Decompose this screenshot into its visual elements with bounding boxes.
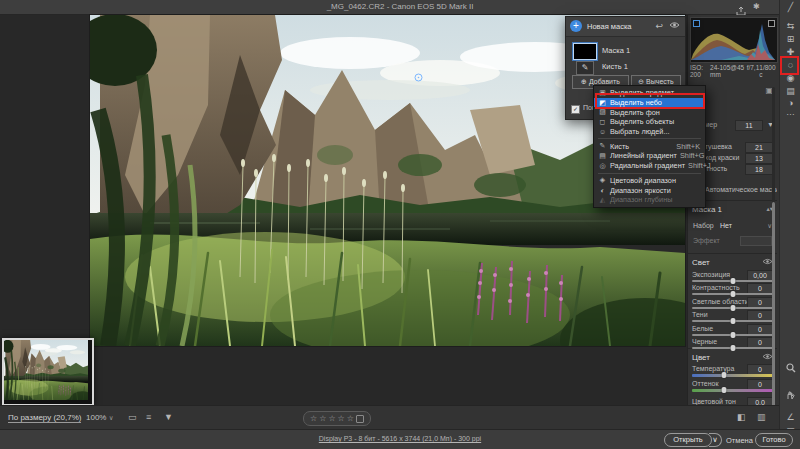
effect-label: Эффект — [693, 237, 720, 244]
exposure-thumb[interactable] — [730, 278, 735, 284]
aperture-value: f/7,1 — [747, 64, 760, 78]
menu-item-select-subject[interactable]: ▣Выделить предмет — [594, 88, 705, 98]
preset-label: Набор — [693, 222, 714, 229]
radial-gradient-icon: ◎ — [598, 162, 607, 170]
star-icon[interactable]: ☆ — [328, 414, 335, 423]
before-after-view-icon[interactable]: ◧ — [737, 412, 746, 422]
fullscreen-icon[interactable]: ╱ — [780, 2, 800, 12]
whites-value[interactable]: 0 — [747, 324, 773, 335]
crop-tool-icon[interactable]: ⊞ — [780, 34, 800, 44]
star-icon[interactable]: ☆ — [310, 414, 317, 423]
effect-row: Эффект — [688, 236, 777, 247]
automask-label: Автоматическое маскирование — [705, 186, 777, 193]
mask-properties-section: Маска 1 ▴▾ Набор Нет ∨ Эффект — [688, 203, 777, 254]
filter-icon[interactable]: ▼ — [164, 412, 173, 422]
menu-item-linear-gradient[interactable]: ▤Линейный градиентShift+G — [594, 151, 705, 161]
hand-tool-icon[interactable] — [780, 390, 800, 402]
brush-size-value[interactable]: 11 — [735, 120, 763, 131]
undo-icon[interactable]: ↩ — [655, 21, 663, 31]
shadows-slider[interactable]: Тени0 — [688, 311, 777, 324]
camera-raw-window: _MG_0462.CR2 - Canon EOS 5D Mark II ✱ — [0, 0, 800, 449]
zoom-tool-icon[interactable] — [780, 363, 800, 375]
select-people-icon: ☺ — [598, 128, 607, 135]
preset-value[interactable]: Нет — [720, 222, 732, 229]
menu-item-color-range[interactable]: ◈Цветовой диапазон — [594, 176, 705, 186]
contrast-slider[interactable]: Контрастность0 — [688, 284, 777, 297]
whites-label: Белые — [692, 325, 713, 332]
menu-item-select-background[interactable]: ▨Выделить фон — [594, 107, 705, 117]
open-button-dropdown[interactable]: ∨ — [709, 433, 722, 447]
tint-thumb[interactable] — [722, 387, 727, 393]
heal-tool-icon[interactable]: ✚ — [780, 47, 800, 57]
star-icon[interactable]: ☆ — [338, 414, 345, 423]
brush-flow-value[interactable]: 13 — [745, 153, 773, 164]
menu-item-radial-gradient[interactable]: ◎Радиальный градиентShift+J — [594, 161, 705, 171]
menu-item-select-objects[interactable]: ◻Выделить объекты — [594, 117, 705, 127]
star-rating[interactable]: ☆☆☆☆☆ — [303, 411, 371, 426]
luminance-range-icon: ◐ — [598, 187, 607, 194]
contrast-thumb[interactable] — [730, 291, 735, 297]
masking-tool-icon[interactable]: ◌ — [780, 60, 800, 70]
open-button[interactable]: Открыть — [664, 433, 712, 447]
zoom-level-select[interactable]: 100% ∨ — [86, 413, 113, 422]
whites-slider[interactable]: Белые0 — [688, 325, 777, 338]
window-title: _MG_0462.CR2 - Canon EOS 5D Mark II — [0, 0, 800, 14]
show-overlay-checkbox[interactable]: ✓ — [571, 105, 580, 114]
menu-separator — [598, 173, 701, 174]
highlights-slider[interactable]: Светлые области0 — [688, 298, 777, 311]
adjustments-panel: ISO: 200 24-105@45 mm f/7,1 1/800 c ▣ Ра… — [687, 15, 780, 429]
label-toggle-icon[interactable] — [356, 415, 364, 423]
highlights-thumb[interactable] — [730, 305, 735, 311]
filmstrip-thumbnail[interactable] — [2, 338, 94, 406]
menu-item-brush[interactable]: ✎КистьShift+K — [594, 141, 705, 151]
blacks-label: Черные — [692, 338, 717, 345]
settings-gear-icon[interactable]: ✱ — [753, 2, 760, 11]
zoom-chevron-icon: ∨ — [109, 414, 114, 421]
whites-thumb[interactable] — [730, 332, 735, 338]
brush-component-name: Кисть 1 — [602, 62, 628, 71]
panels-toggle-icon[interactable]: ≡ — [146, 412, 151, 422]
edit-tool-icon[interactable]: ⇆ — [780, 21, 800, 31]
temperature-slider[interactable]: Температура0 — [688, 365, 777, 380]
cancel-button[interactable]: Отмена — [726, 436, 753, 445]
status-bar: Display P3 - 8 бит - 5616 x 3744 (21,0 М… — [0, 429, 800, 449]
brush-cursor — [414, 68, 423, 77]
create-mask-button[interactable]: + — [570, 20, 582, 32]
mask-item[interactable]: Маска 1 — [566, 42, 685, 60]
exposure-slider[interactable]: Экспозиция0,00 — [688, 271, 777, 284]
shadow-clipping-toggle[interactable] — [693, 20, 700, 27]
highlight-clipping-toggle[interactable] — [768, 20, 775, 27]
tint-slider[interactable]: Оттенок0 — [688, 380, 777, 395]
temperature-thumb[interactable] — [722, 372, 727, 378]
select-subject-icon: ▣ — [598, 89, 607, 97]
histogram — [690, 17, 778, 63]
mask-visibility-eye-icon[interactable] — [669, 21, 680, 31]
brush-density-value[interactable]: 18 — [745, 164, 773, 175]
menu-item-select-people[interactable]: ☺Выбрать людей... — [594, 127, 705, 137]
menu-item-select-sky[interactable]: ◩Выделить небо — [594, 98, 705, 108]
tools-toolbar: ╱ ⇆ ⊞ ✚ ◌ ◉ ▤ ◑ … ∠ ▦ — [779, 0, 800, 449]
shadows-thumb[interactable] — [730, 318, 735, 324]
straighten-tool-icon[interactable]: ∠ — [780, 412, 800, 422]
single-view-icon[interactable]: ▥ — [757, 412, 766, 422]
red-eye-tool-icon[interactable]: ◉ — [780, 73, 800, 83]
tint-label: Оттенок — [692, 380, 719, 387]
brush-icon: ✎ — [598, 142, 607, 150]
select-background-icon: ▨ — [598, 108, 607, 116]
star-icon[interactable]: ☆ — [319, 414, 326, 423]
more-tools-icon[interactable]: … — [780, 107, 800, 117]
blacks-slider[interactable]: Черные0 — [688, 338, 777, 351]
panel-scrollbar[interactable] — [772, 87, 775, 427]
star-icon[interactable]: ☆ — [347, 414, 354, 423]
subtract-icon: ⊖ — [638, 78, 644, 85]
brush-component-item[interactable]: ✎ Кисть 1 — [566, 60, 685, 75]
lens-value: 24-105@45 mm — [710, 64, 747, 78]
brush-feather-value[interactable]: 21 — [745, 142, 773, 153]
fit-zoom-button[interactable]: По размеру (20,7%) — [8, 413, 81, 423]
panel-scrollbar-thumb[interactable] — [772, 202, 775, 412]
presets-icon[interactable]: ▤ — [780, 86, 800, 96]
preview-mode-icon[interactable]: ▭ — [128, 412, 137, 422]
done-button[interactable]: Готово — [755, 433, 793, 447]
mask-thumbnail[interactable] — [573, 43, 597, 60]
menu-item-luminance-range[interactable]: ◐Диапазон яркости — [594, 185, 705, 195]
